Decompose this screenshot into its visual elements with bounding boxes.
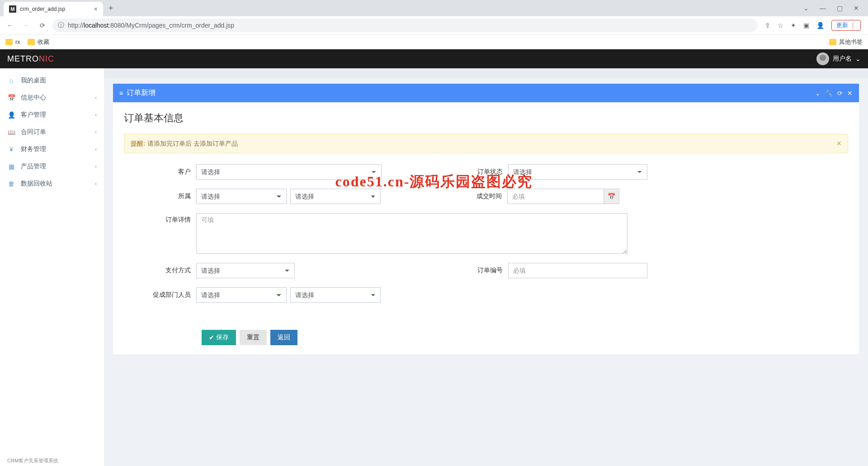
bookmark-fav[interactable]: 收藏	[28, 38, 49, 46]
chevron-left-icon: ‹	[95, 181, 97, 187]
deal-time-input[interactable]	[507, 189, 604, 204]
alert-box: 提醒: 请添加完订单后 去添加订单产品 ×	[124, 134, 848, 153]
tab-favicon: M	[9, 5, 16, 13]
folder-icon	[829, 39, 836, 45]
form-actions: ✔保存 重置 返回	[124, 312, 848, 345]
forward-button[interactable]: →	[20, 19, 33, 32]
share-icon[interactable]: ⇪	[765, 22, 770, 29]
folder-icon	[28, 39, 35, 45]
chevron-down-icon[interactable]: ⌄	[803, 5, 809, 12]
sidebar-item-label: 我的桌面	[21, 76, 97, 85]
payment-select[interactable]: 请选择	[196, 263, 295, 278]
tab-bar: M crm_order_add.jsp × + ⌄ — ▢ ✕	[0, 0, 868, 16]
address-bar: ← → ⟳ ⓘ http://localhost:8080/MyCrm/page…	[0, 16, 868, 34]
close-panel-icon[interactable]: ✕	[847, 90, 853, 97]
breadcrumb-bar	[104, 68, 868, 78]
order-no-input[interactable]	[508, 263, 647, 278]
home-icon: ⌂	[7, 77, 15, 84]
toolbar-icons: ⇪ ☆ ✦ ▣ 👤 更新⋮	[761, 20, 864, 31]
chevron-left-icon: ‹	[95, 129, 97, 135]
dept-select[interactable]: 请选择	[196, 287, 287, 303]
logo[interactable]: METRONIC	[7, 54, 54, 64]
refresh-icon[interactable]: ⟳	[837, 90, 843, 97]
sidebar-item-product[interactable]: ▦ 产品管理 ‹	[0, 158, 104, 175]
customer-select[interactable]: 请选择	[196, 164, 382, 180]
menu-dots-icon: ⋮	[850, 22, 856, 29]
sidebar-item-contract[interactable]: 📖 合同订单 ‹	[0, 124, 104, 141]
book-icon: 📖	[7, 128, 15, 136]
detail-label: 订单详情	[124, 213, 196, 224]
staff-select[interactable]: 请选择	[290, 287, 381, 303]
person-icon: 👤	[7, 111, 15, 119]
config-icon[interactable]: 🔧	[825, 90, 833, 97]
dept-staff-label: 促成部门人员	[124, 291, 196, 299]
tab-title: crm_order_add.jsp	[20, 6, 90, 12]
footer-hint: CRM客户关系管理系统	[7, 457, 58, 464]
check-icon: ✔	[209, 334, 214, 341]
alert-close-icon[interactable]: ×	[836, 139, 841, 148]
sidebar-item-label: 产品管理	[21, 162, 90, 171]
app-header: METRONIC 用户名 ⌄	[0, 49, 868, 68]
info-icon: ⓘ	[58, 21, 64, 29]
calendar-icon[interactable]: 📅	[604, 189, 619, 204]
sidebar-item-label: 数据回收站	[21, 180, 90, 188]
window-controls: ⌄ — ▢ ✕	[803, 5, 864, 12]
sidebar-item-info[interactable]: 📅 信息中心 ‹	[0, 89, 104, 106]
trash-icon: 🗑	[7, 180, 15, 187]
url-field[interactable]: ⓘ http://localhost:8080/MyCrm/pages_crm/…	[52, 19, 758, 32]
section-title: 订单基本信息	[124, 111, 848, 125]
sidebar-item-label: 客户管理	[21, 111, 90, 119]
chevron-left-icon: ‹	[95, 163, 97, 170]
order-status-label: 订单状态	[454, 168, 508, 176]
alert-label: 提醒:	[131, 140, 146, 148]
avatar-icon	[816, 52, 829, 65]
back-button[interactable]: ←	[4, 19, 16, 32]
panel-body: 订单基本信息 提醒: 请添加完订单后 去添加订单产品 × 客户 请选择 订单状态	[113, 102, 859, 354]
alert-text: 请添加完订单后 去添加订单产品	[147, 140, 238, 148]
browser-tab[interactable]: M crm_order_add.jsp ×	[4, 2, 103, 16]
sidebar-item-desktop[interactable]: ⌂ 我的桌面	[0, 72, 104, 89]
reload-button[interactable]: ⟳	[36, 19, 49, 32]
owner2-select[interactable]: 请选择	[290, 189, 381, 204]
deal-time-label: 成交时间	[453, 192, 507, 200]
panel-header: ≡ 订单新增 ⌄ 🔧 ⟳ ✕	[113, 84, 859, 102]
close-window-icon[interactable]: ✕	[854, 5, 859, 12]
url-text: http://localhost:8080/MyCrm/pages_crm/cr…	[68, 22, 234, 29]
panel-title: 订单新增	[127, 88, 815, 98]
sidepanel-icon[interactable]: ▣	[803, 22, 809, 29]
menu-icon: ≡	[119, 90, 123, 97]
sidebar-item-finance[interactable]: ¥ 财务管理 ‹	[0, 141, 104, 158]
detail-textarea[interactable]	[196, 213, 627, 254]
order-no-label: 订单编号	[454, 266, 508, 275]
folder-icon	[5, 39, 13, 45]
content-area: ≡ 订单新增 ⌄ 🔧 ⟳ ✕ 订单基本信息 提醒: 请添加完订单后 去添加订单产…	[104, 68, 868, 466]
browser-chrome: M crm_order_add.jsp × + ⌄ — ▢ ✕ ← → ⟳ ⓘ …	[0, 0, 868, 49]
order-status-select[interactable]: 请选择	[508, 164, 647, 180]
main-layout: ⌂ 我的桌面 📅 信息中心 ‹ 👤 客户管理 ‹ 📖 合同订单 ‹ ¥ 财务管理…	[0, 68, 868, 466]
sidebar-item-recycle[interactable]: 🗑 数据回收站 ‹	[0, 175, 104, 192]
username-label: 用户名	[833, 55, 852, 63]
new-tab-button[interactable]: +	[108, 4, 113, 13]
save-button[interactable]: ✔保存	[202, 330, 236, 345]
bookmark-other[interactable]: 其他书签	[829, 38, 863, 46]
extensions-icon[interactable]: ✦	[791, 22, 796, 29]
maximize-icon[interactable]: ▢	[837, 5, 843, 12]
bookmark-rx[interactable]: rx	[5, 38, 20, 45]
sidebar-item-label: 合同订单	[21, 128, 90, 136]
reset-button[interactable]: 重置	[240, 330, 267, 345]
panel-actions: ⌄ 🔧 ⟳ ✕	[815, 90, 853, 97]
profile-icon[interactable]: 👤	[816, 22, 824, 29]
calendar-icon: 📅	[7, 94, 15, 101]
star-icon[interactable]: ☆	[778, 22, 783, 29]
tab-close-icon[interactable]: ×	[94, 5, 98, 13]
yen-icon: ¥	[7, 146, 15, 153]
minimize-icon[interactable]: —	[820, 5, 826, 12]
collapse-icon[interactable]: ⌄	[815, 90, 821, 97]
owner-select[interactable]: 请选择	[196, 189, 287, 204]
sidebar-item-customer[interactable]: 👤 客户管理 ‹	[0, 106, 104, 124]
update-button[interactable]: 更新⋮	[831, 20, 861, 31]
back-button[interactable]: 返回	[270, 330, 297, 345]
bookmarks-bar: rx 收藏 其他书签	[0, 34, 868, 49]
user-menu[interactable]: 用户名 ⌄	[816, 52, 861, 65]
payment-label: 支付方式	[124, 266, 196, 275]
